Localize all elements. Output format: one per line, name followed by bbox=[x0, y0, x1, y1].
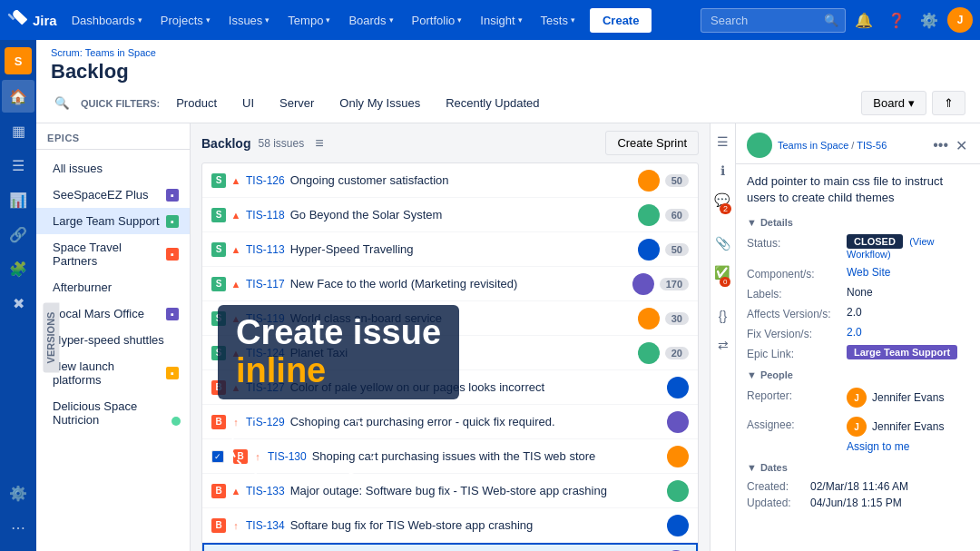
breadcrumb-project[interactable]: Scrum: Teams in Space bbox=[51, 47, 156, 58]
assignee-value: J Jennifer Evans Assign to me bbox=[847, 417, 969, 453]
labels-label: Labels: bbox=[747, 286, 847, 300]
issue-avatar bbox=[632, 273, 654, 295]
component-link[interactable]: Web Site bbox=[847, 266, 890, 279]
issue-id[interactable]: TIS-118 bbox=[246, 209, 285, 221]
issue-summary: Go Beyond the Solar System bbox=[290, 208, 631, 221]
user-avatar[interactable]: J bbox=[947, 7, 973, 33]
reporter-label: Reporter: bbox=[747, 388, 847, 402]
filter-recently-updated[interactable]: Recently Updated bbox=[436, 93, 548, 113]
assign-to-me-link[interactable]: Assign to me bbox=[847, 440, 909, 453]
issue-id[interactable]: TIS-117 bbox=[246, 278, 285, 290]
detail-breadcrumb-issue[interactable]: TIS-56 bbox=[857, 140, 887, 151]
detail-breadcrumb-project[interactable]: Teams in Space bbox=[778, 140, 848, 151]
table-row[interactable]: S ▲ TIS-113 Hyper-Speed Travelling 50 bbox=[202, 232, 698, 267]
epic-large-team[interactable]: Large Team Support ▪ bbox=[36, 208, 190, 234]
link-icon[interactable]: ✅ 0 bbox=[710, 261, 735, 298]
sidebar-item-settings[interactable]: ⚙️ bbox=[2, 477, 34, 509]
epic-space-travel[interactable]: Space Travel Partners ▪ bbox=[36, 234, 190, 274]
board-view-button[interactable]: Board ▾ bbox=[861, 91, 926, 115]
story-points: 170 bbox=[660, 278, 689, 290]
nav-projects[interactable]: Projects ▾ bbox=[153, 8, 218, 33]
help-button[interactable]: ❓ bbox=[882, 6, 911, 34]
issue-avatar bbox=[638, 170, 660, 192]
nav-issues[interactable]: Issues ▾ bbox=[221, 8, 278, 33]
nav-tempo[interactable]: Tempo ▾ bbox=[280, 8, 338, 33]
sidebar-item-issues[interactable]: 🔗 bbox=[2, 218, 34, 251]
sidebar-expand[interactable]: ⋯ bbox=[2, 511, 34, 544]
priority-highest-icon: ▲ bbox=[230, 243, 242, 256]
detail-panel-icon[interactable]: ☰ bbox=[713, 131, 732, 153]
detail-close-button[interactable]: ✕ bbox=[954, 135, 969, 156]
filter-product[interactable]: Product bbox=[167, 93, 226, 113]
table-row[interactable]: S ▲ TIS-118 Go Beyond the Solar System 6… bbox=[202, 198, 698, 232]
filter-search-button[interactable]: 🔍 bbox=[51, 93, 74, 113]
app-logo[interactable]: Jira bbox=[7, 10, 57, 30]
team-space-avatar bbox=[747, 133, 772, 158]
affects-label: Affects Version/s: bbox=[747, 306, 847, 320]
info-icon[interactable]: ℹ bbox=[717, 160, 729, 182]
chevron-down-icon: ▾ bbox=[571, 15, 575, 25]
table-row[interactable]: S ▲ TIS-117 New Face to the world (Marke… bbox=[202, 267, 698, 301]
detail-field-reporter: Reporter: J Jennifer Evans bbox=[747, 388, 969, 411]
epic-badge[interactable]: Large Team Support bbox=[847, 345, 957, 359]
backlog-header: Backlog 58 issues ≡ Create Sprint bbox=[201, 131, 699, 155]
create-sprint-button[interactable]: Create Sprint bbox=[605, 131, 699, 155]
filter-only-my-issues[interactable]: Only My Issues bbox=[330, 93, 429, 113]
issue-checkbox[interactable]: ✓ bbox=[211, 450, 224, 463]
issue-avatar bbox=[638, 204, 660, 226]
team-avatar[interactable]: S bbox=[5, 47, 32, 74]
epic-tag: ▪ bbox=[166, 367, 179, 379]
create-inline-overlay: Create issue inline bbox=[218, 305, 459, 399]
sidebar-item-board[interactable]: ▦ bbox=[2, 114, 34, 147]
epic-all-issues[interactable]: All issues bbox=[36, 155, 190, 182]
nav-portfolio[interactable]: Portfolio ▾ bbox=[405, 8, 470, 33]
table-row-selected[interactable]: B ↑ TIS-135 BugFix TIS Web-store app cra… bbox=[202, 543, 698, 551]
backlog-menu-icon[interactable]: ≡ bbox=[315, 135, 323, 152]
code-icon[interactable]: {} bbox=[715, 305, 730, 327]
nav-dashboards[interactable]: Dashboards ▾ bbox=[64, 8, 150, 33]
settings-button[interactable]: ⚙️ bbox=[915, 6, 944, 34]
table-row[interactable]: S ▲ TIS-126 Ongoing customer satisfactio… bbox=[202, 163, 698, 198]
filter-server[interactable]: Server bbox=[270, 93, 323, 113]
nav-tests[interactable]: Tests ▾ bbox=[534, 8, 583, 33]
chevron-down-icon: ▾ bbox=[518, 15, 523, 25]
epic-delicious-space[interactable]: Delicious Space Nutricion bbox=[36, 393, 190, 433]
epic-tag: ▪ bbox=[166, 248, 179, 261]
issue-id[interactable]: TIS-113 bbox=[246, 243, 285, 256]
filter-ui[interactable]: UI bbox=[233, 93, 263, 113]
issue-id[interactable]: TIS-126 bbox=[246, 174, 285, 187]
people-section-header: ▼ People bbox=[747, 369, 969, 380]
quick-filters-label: QUICK FILTERS: bbox=[81, 98, 160, 109]
issue-type-story: S bbox=[211, 173, 226, 188]
epic-afterburner[interactable]: Afterburner bbox=[36, 274, 190, 300]
nav-insight[interactable]: Insight ▾ bbox=[473, 8, 529, 33]
create-button[interactable]: Create bbox=[590, 8, 652, 33]
attachment-icon[interactable]: 📎 bbox=[711, 232, 734, 254]
detail-more-button[interactable]: ••• bbox=[931, 135, 950, 156]
arrow-icon: ▼ bbox=[747, 369, 757, 380]
detail-breadcrumb: Teams in Space / TIS-56 bbox=[778, 140, 926, 151]
comment-icon[interactable]: 💬 2 bbox=[710, 189, 735, 225]
backlog-panel: Backlog 58 issues ≡ Create Sprint S ▲ TI… bbox=[191, 123, 710, 551]
notifications-button[interactable]: 🔔 bbox=[849, 6, 878, 34]
table-row[interactable]: B ↑ TIS-134 Softare bug fix for TIS Web-… bbox=[202, 508, 698, 543]
issue-id[interactable]: TIS-134 bbox=[246, 519, 285, 532]
epic-tag: ▪ bbox=[166, 215, 179, 228]
sidebar-item-reports[interactable]: 📊 bbox=[2, 183, 34, 216]
share-icon[interactable]: ⇄ bbox=[714, 334, 732, 356]
nav-boards[interactable]: Boards ▾ bbox=[341, 8, 400, 33]
assignee-avatar: J bbox=[847, 417, 867, 437]
sidebar-item-components[interactable]: 🧩 bbox=[2, 252, 34, 285]
sidebar-item-home[interactable]: 🏠 bbox=[2, 80, 34, 113]
epic-seespaceez[interactable]: SeeSpaceEZ Plus ▪ bbox=[36, 182, 190, 208]
epic-value: Large Team Support bbox=[847, 346, 969, 359]
versions-tab[interactable]: VERSIONS bbox=[43, 302, 59, 372]
main-area: Scrum: Teams in Space Backlog 🔍 QUICK FI… bbox=[36, 40, 980, 551]
detail-actions: ••• ✕ bbox=[931, 135, 969, 156]
collapse-button[interactable]: ⇑ bbox=[932, 91, 965, 115]
sidebar-item-releases[interactable]: ✖ bbox=[2, 287, 34, 320]
components-value: Web Site bbox=[847, 266, 969, 279]
arrow-icon: ▼ bbox=[747, 462, 757, 473]
fix-value[interactable]: 2.0 bbox=[847, 326, 969, 339]
sidebar-item-backlog[interactable]: ☰ bbox=[2, 149, 34, 182]
